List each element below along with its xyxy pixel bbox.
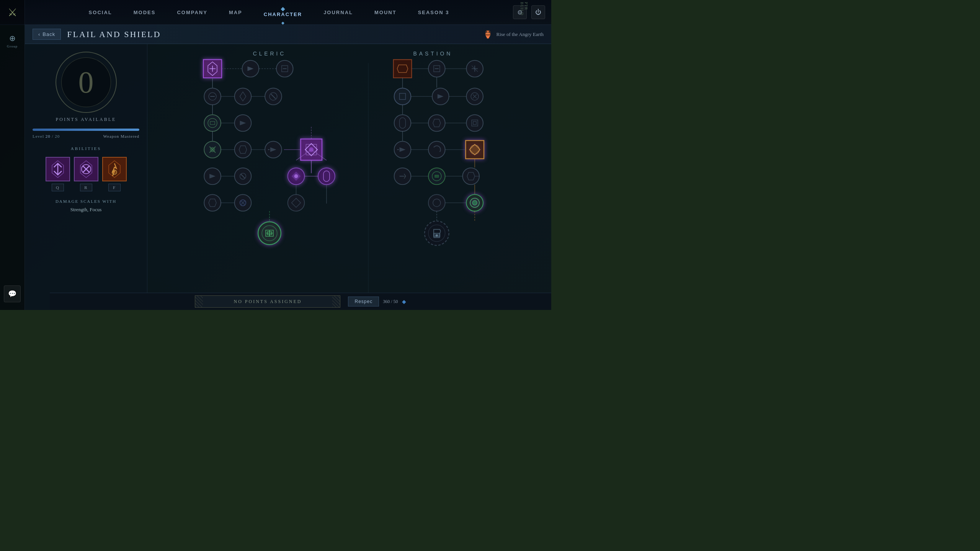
content-area: 0 POINTS AVAILABLE Level 20 / 20 Weapon … <box>25 44 551 310</box>
left-panel: 0 POINTS AVAILABLE Level 20 / 20 Weapon … <box>25 44 147 310</box>
svg-point-7 <box>112 170 117 174</box>
cleric-node-4-3[interactable] <box>265 141 282 158</box>
cleric-node-2-3[interactable] <box>265 88 282 105</box>
progress-fill <box>33 129 139 131</box>
bastion-node-6-1[interactable] <box>428 194 445 211</box>
respec-area: Respec 360 / 50 ◆ <box>348 297 406 306</box>
top-nav: ⚔ SOCIAL MODES COMPANY MAP CHARACTER JOU… <box>0 0 551 25</box>
svg-point-110 <box>436 234 438 236</box>
chat-button[interactable]: 💬 <box>4 285 21 302</box>
ability-slot-q: Q <box>46 157 70 191</box>
bastion-node-4-1[interactable] <box>394 141 411 158</box>
bastion-node-1-1[interactable] <box>394 60 412 78</box>
cleric-node-5-purple-1[interactable] <box>288 168 305 185</box>
ability-key-f: F <box>108 184 121 191</box>
chat-icon: 💬 <box>8 290 16 298</box>
ability-icon-q[interactable] <box>46 157 70 181</box>
cleric-bottom-active[interactable] <box>258 222 281 245</box>
group-button[interactable]: ⊕ Group <box>4 33 21 49</box>
damage-label: DAMAGE SCALES WITH <box>56 199 116 204</box>
group-label: Group <box>7 44 18 48</box>
bastion-node-1-3[interactable] <box>466 60 483 77</box>
cleric-node-6-1[interactable] <box>204 194 221 211</box>
diamond-icon: ◆ <box>402 298 406 305</box>
back-label: Back <box>42 31 55 37</box>
no-points-label: NO POINTS ASSIGNED <box>234 299 302 305</box>
cleric-node-2-1[interactable] <box>204 88 221 105</box>
cleric-node-3-1[interactable] <box>204 115 221 132</box>
bastion-node-3-1[interactable] <box>394 115 411 132</box>
ability-slot-f: F <box>102 157 127 191</box>
svg-point-89 <box>428 141 445 158</box>
progress-bar <box>33 129 139 131</box>
respec-button[interactable]: Respec <box>348 297 379 306</box>
group-icon: ⊕ <box>9 34 16 43</box>
cleric-node-3-2[interactable] <box>235 115 252 132</box>
cleric-node-1-3[interactable] <box>276 60 293 77</box>
nav-company[interactable]: COMPANY <box>166 0 218 25</box>
bastion-node-2-1[interactable] <box>394 88 411 105</box>
mastered-label: Weapon Mastered <box>103 134 139 139</box>
no-points-box: NO POINTS ASSIGNED <box>195 295 340 308</box>
cleric-node-5-2[interactable] <box>235 168 252 185</box>
bastion-node-5-1[interactable] <box>394 168 411 185</box>
svg-point-103 <box>428 194 445 211</box>
svg-point-50 <box>318 168 335 185</box>
ability-key-r: R <box>80 184 92 191</box>
svg-point-33 <box>210 147 215 152</box>
nav-character[interactable]: CHARACTER <box>253 0 313 25</box>
bastion-node-5-2[interactable] <box>428 168 445 185</box>
power-button[interactable]: ⏻ <box>531 5 545 19</box>
ability-icon-r[interactable] <box>74 157 98 181</box>
bastion-node-4-active[interactable] <box>466 140 484 159</box>
bastion-node-1-2[interactable] <box>428 60 445 77</box>
sidebar-bottom: 💬 <box>4 285 21 302</box>
header-right: 🏺 Rise of the Angry Earth <box>483 30 544 39</box>
svg-point-27 <box>204 115 221 132</box>
nav-map[interactable]: MAP <box>218 0 253 25</box>
bastion-node-2-2[interactable] <box>432 88 449 105</box>
ability-icon-f[interactable] <box>102 157 127 181</box>
bastion-node-6-green[interactable] <box>466 194 483 211</box>
nav-items: SOCIAL MODES COMPANY MAP CHARACTER JOURN… <box>25 0 513 25</box>
cleric-node-5-purple-2[interactable] <box>318 168 335 185</box>
bastion-node-4-2[interactable] <box>428 141 445 158</box>
bastion-lock-node[interactable] <box>425 221 449 246</box>
cleric-node-6-2[interactable] <box>235 194 252 211</box>
cleric-header: CLERIC <box>253 51 286 57</box>
nav-modes[interactable]: MODES <box>123 0 167 25</box>
bottom-bar: NO POINTS ASSIGNED Respec 360 / 50 ◆ <box>50 293 551 310</box>
cleric-node-4-2[interactable] <box>235 141 252 158</box>
cleric-node-1-2[interactable] <box>242 60 259 77</box>
nav-season3[interactable]: SEASON 3 <box>407 0 460 25</box>
nav-mount[interactable]: MOUNT <box>364 0 407 25</box>
nav-logo[interactable]: ⚔ <box>0 0 25 25</box>
cleric-node-2-2[interactable] <box>235 88 252 105</box>
cleric-node-5-1[interactable] <box>204 168 221 185</box>
abilities-section-title: ABILITIES <box>71 146 101 151</box>
svg-point-106 <box>472 201 477 205</box>
bastion-node-3-3[interactable] <box>466 115 483 132</box>
cleric-node-1-1[interactable] <box>203 60 222 78</box>
main-content: ‹ Back FLAIL AND SHIELD 🏺 Rise of the An… <box>25 25 551 310</box>
bastion-node-2-3[interactable] <box>466 88 483 105</box>
respec-cost: 360 / 50 <box>383 299 398 305</box>
svg-point-34 <box>235 141 252 158</box>
nav-right: PTR BUILD ⚙ ⏻ <box>513 5 551 19</box>
page-title: FLAIL AND SHIELD <box>67 29 161 39</box>
ability-key-q: Q <box>52 184 64 191</box>
dlc-icon: 🏺 <box>483 30 493 39</box>
emblem-ring <box>56 52 117 113</box>
svg-point-83 <box>466 115 483 132</box>
cleric-node-6-3[interactable] <box>288 194 305 211</box>
points-available-label: POINTS AVAILABLE <box>56 117 116 122</box>
nav-journal[interactable]: JOURNAL <box>313 0 364 25</box>
back-button[interactable]: ‹ Back <box>33 29 61 40</box>
nav-social[interactable]: SOCIAL <box>78 0 123 25</box>
cleric-node-4-1[interactable] <box>204 141 221 158</box>
bastion-node-3-2[interactable] <box>428 115 445 132</box>
nav-diamond <box>281 7 285 11</box>
svg-point-49 <box>294 174 298 178</box>
bastion-header: BASTION <box>413 51 453 57</box>
ability-slot-r: R <box>74 157 98 191</box>
